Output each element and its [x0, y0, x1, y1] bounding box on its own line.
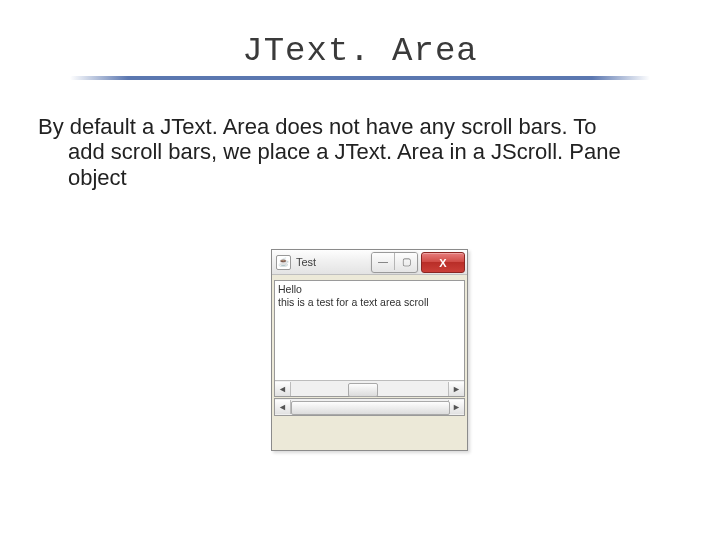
text-line: this is a test for a text area scroll	[278, 296, 461, 309]
horizontal-scrollbar-inner[interactable]: ◄ ►	[275, 380, 464, 396]
body-line-1: By default a JText. Area does not have a…	[38, 114, 596, 139]
java-icon	[276, 255, 291, 270]
scroll-right-icon[interactable]: ►	[448, 400, 464, 414]
horizontal-scrollbar-outer[interactable]: ◄ ►	[274, 398, 465, 416]
scroll-left-icon[interactable]: ◄	[275, 382, 291, 396]
text-area-scrollpane[interactable]: Hello this is a test for a text area scr…	[274, 280, 465, 397]
window-title: Test	[296, 256, 316, 268]
maximize-button[interactable]: ▢	[394, 253, 417, 270]
text-line: Hello	[278, 283, 461, 296]
slide: JText. Area By default a JText. Area doe…	[0, 32, 720, 540]
body-line-2: add scroll bars, we place a JText. Area …	[38, 139, 672, 164]
title-underline	[70, 76, 650, 80]
minimize-button[interactable]: —	[372, 253, 394, 270]
text-area-content[interactable]: Hello this is a test for a text area scr…	[275, 281, 464, 311]
close-button[interactable]: X	[421, 252, 465, 273]
window-controls: — ▢ X	[371, 252, 465, 273]
scrollbar-track[interactable]	[291, 400, 448, 414]
scrollbar-thumb[interactable]	[291, 401, 450, 415]
body-paragraph: By default a JText. Area does not have a…	[38, 114, 672, 190]
scroll-right-icon[interactable]: ►	[448, 382, 464, 396]
body-line-3: object	[38, 165, 672, 190]
scrollbar-thumb[interactable]	[348, 383, 378, 397]
window-titlebar: Test — ▢ X	[272, 250, 467, 275]
slide-title: JText. Area	[0, 32, 720, 70]
swing-window: Test — ▢ X Hello this is a test for a te…	[271, 249, 468, 451]
scroll-left-icon[interactable]: ◄	[275, 400, 291, 414]
scrollbar-track[interactable]	[291, 382, 448, 396]
min-max-group: — ▢	[371, 252, 418, 273]
